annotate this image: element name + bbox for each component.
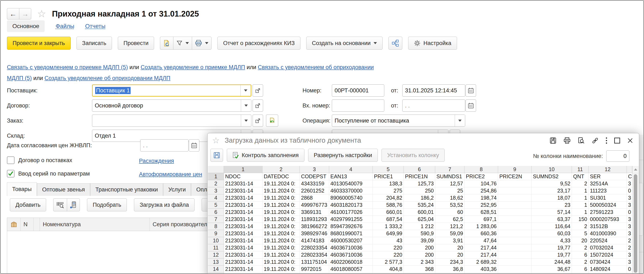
grid-cell[interactable]: 2123031-14 xyxy=(224,266,262,273)
spare-column-header[interactable] xyxy=(34,218,40,231)
dialog-maximize-button[interactable] xyxy=(614,138,620,143)
grid-cell[interactable]: 150 xyxy=(572,216,589,223)
grid-cell[interactable]: 697,1 xyxy=(464,216,498,223)
column-header[interactable]: 9 xyxy=(498,166,532,173)
column-header[interactable] xyxy=(627,166,632,173)
grid-cell[interactable] xyxy=(498,237,532,244)
grid-cell[interactable]: 19.11.2024 0: xyxy=(262,194,300,202)
grid-cell[interactable]: 31512B xyxy=(589,223,627,230)
link-bind-posting-mdlp-wrap[interactable]: МДЛП (5) xyxy=(7,75,32,81)
grid-cell[interactable]: 9,52 xyxy=(532,180,572,187)
grid-cell[interactable]: DATEDOC xyxy=(262,173,300,180)
grid-cell[interactable]: PRICE2 xyxy=(464,173,498,180)
grid-cell[interactable]: 46000530207 xyxy=(329,237,373,244)
grid-cell[interactable]: 398929746 xyxy=(300,230,329,237)
grid-cell[interactable]: 687,54 xyxy=(373,216,404,223)
incoming-date-field[interactable]: . . xyxy=(402,99,465,112)
grid-cell[interactable]: 2123031-14 xyxy=(224,202,262,209)
back-button[interactable]: ← xyxy=(7,8,19,19)
grid-cell[interactable]: 27591223 xyxy=(589,209,627,216)
grid-cell[interactable]: 15072024 xyxy=(589,251,627,259)
grid-cell[interactable]: 19.11.2024 0: xyxy=(262,259,300,266)
forward-button[interactable]: → xyxy=(19,8,31,19)
grid-cell[interactable]: 3 xyxy=(627,251,632,259)
grid-cell[interactable]: 200 xyxy=(404,244,435,251)
grid-cell[interactable]: 50001501026 xyxy=(329,273,373,274)
grid-cell[interactable]: 2123031-14 xyxy=(224,237,262,244)
supplier-open-button[interactable] xyxy=(252,84,263,97)
grid-cell[interactable]: 1 333,2 xyxy=(373,223,404,230)
column-header[interactable]: 1 xyxy=(224,166,262,173)
dialog-print-button[interactable] xyxy=(564,137,571,144)
grid-cell[interactable] xyxy=(498,244,532,251)
grid-cell[interactable]: 99595711 xyxy=(300,273,329,274)
grid-cell[interactable]: 3 xyxy=(627,230,632,237)
grid-cell[interactable]: 0000207593 xyxy=(589,216,627,223)
grid-cell[interactable]: 19,77 xyxy=(532,244,572,251)
grid-cell[interactable]: 404,8 xyxy=(373,266,404,273)
grid-cell[interactable]: 2 xyxy=(572,180,589,187)
print-button[interactable] xyxy=(192,37,212,50)
grid-cell[interactable]: SER xyxy=(589,173,627,180)
grid-cell[interactable]: 19.11.2024 0: xyxy=(262,230,300,237)
grid-cell[interactable]: EAN13 xyxy=(329,173,373,180)
grid-cell[interactable]: PRICE2N xyxy=(498,173,532,180)
grid-cell[interactable]: SUMNDS1 xyxy=(435,173,464,180)
grid-cell[interactable]: 2 689,32 xyxy=(464,259,498,266)
grid-cell[interactable]: 3 xyxy=(627,180,632,187)
grid-cell[interactable]: 19.11.2024 0: xyxy=(262,180,300,187)
grid-cell[interactable]: 2 xyxy=(572,223,589,230)
grid-cell[interactable]: 1 xyxy=(572,194,589,202)
supply-contract-checkbox[interactable] xyxy=(7,156,14,164)
grid-cell[interactable]: 19.11.2024 0: xyxy=(262,266,300,273)
grid-cell[interactable]: 220 xyxy=(373,251,404,259)
grid-cell[interactable]: 6 xyxy=(572,266,589,273)
grid-cell[interactable]: 23 xyxy=(532,202,572,209)
grid-cell[interactable]: 590,9 xyxy=(404,230,435,237)
grid-cell[interactable] xyxy=(498,230,532,237)
grid-cell[interactable]: CODEPST xyxy=(300,173,329,180)
row-number[interactable]: 15 xyxy=(208,273,224,274)
grid-cell[interactable]: 2123031-14 xyxy=(224,273,262,274)
grid-cell[interactable]: 40130540079 xyxy=(329,180,373,187)
grid-cell[interactable]: 275 xyxy=(373,187,404,194)
grid-cell[interactable]: 111223 xyxy=(589,187,627,194)
operation-field[interactable]: Поступление от поставщика xyxy=(332,115,465,127)
column-header[interactable]: 5 xyxy=(373,166,404,173)
grid-cell[interactable] xyxy=(498,194,532,202)
grid-cell[interactable]: 86,57 xyxy=(404,273,435,274)
grid-cell[interactable]: 19,77 xyxy=(532,251,572,259)
n-column-header[interactable]: N xyxy=(20,218,34,231)
grid-cell[interactable]: 63,37 xyxy=(532,216,572,223)
grid-cell[interactable]: 46100177026 xyxy=(329,209,373,216)
column-header[interactable]: 6 xyxy=(404,166,435,173)
grid-cell[interactable]: 19.11.2024 0: xyxy=(262,223,300,230)
post-button[interactable]: Провести xyxy=(118,37,154,50)
incoming-date-calendar-button[interactable] xyxy=(466,99,476,112)
fill-by-order-button[interactable] xyxy=(266,115,278,127)
grid-cell[interactable]: 32514A xyxy=(589,180,627,187)
grid-cell[interactable]: 19.11.2024 0: xyxy=(262,187,300,194)
favorite-star-icon[interactable]: ☆ xyxy=(37,9,46,19)
grid-cell[interactable]: 125,73 xyxy=(404,180,435,187)
grid-cell[interactable]: 2123031-14 xyxy=(224,209,262,216)
grid-cell[interactable]: PRICE1 xyxy=(373,173,404,180)
grid-cell[interactable]: 2123031-14 xyxy=(224,194,262,202)
link-create-acceptance-mdlp[interactable]: Создать уведомление о приемке МДЛП xyxy=(141,64,245,70)
grid-cell[interactable]: 500050324 xyxy=(589,202,627,209)
row-number[interactable]: 11 xyxy=(208,244,224,251)
grid-cell[interactable]: 234,3 xyxy=(435,259,464,266)
grid-cell[interactable]: 2123031-14 xyxy=(224,180,262,187)
column-header[interactable]: 7 xyxy=(435,166,464,173)
grid-cell[interactable]: 46036710036 xyxy=(329,251,373,259)
write-button[interactable]: Записать xyxy=(76,37,112,50)
order-field[interactable] xyxy=(92,115,251,127)
row-number[interactable]: 8 xyxy=(208,223,224,230)
grid-cell[interactable]: 46022060018 xyxy=(329,259,373,266)
column-header[interactable]: 2 xyxy=(262,166,300,173)
grid-cell[interactable]: 220524 xyxy=(589,237,627,244)
grid-cell[interactable]: 252,95 xyxy=(464,202,498,209)
dialog-favorite-star-icon[interactable]: ☆ xyxy=(212,136,220,145)
grid-cell[interactable]: 62,5 xyxy=(435,216,464,223)
grid-cell[interactable]: 1 283,06 xyxy=(464,223,498,230)
